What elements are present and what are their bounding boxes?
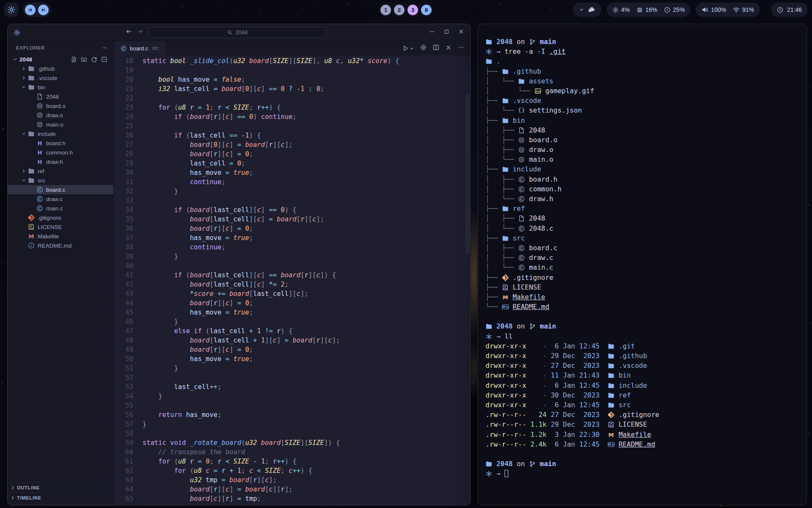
explorer-item-main.o[interactable]: main.o — [8, 120, 113, 129]
terminal-window[interactable]: 2048 on main → tree -a -I .git .├── .git… — [477, 24, 807, 505]
explorer-item-label: Makefile — [38, 233, 59, 240]
editor-scrollbar[interactable] — [466, 94, 470, 254]
minimize-button[interactable] — [429, 28, 435, 36]
timeline-section[interactable]: TIMELINE — [8, 492, 113, 502]
terminal-text: .gitignore — [509, 273, 554, 282]
terminal-line: drwxr-xr-x - 11 Jan 21:43 bin — [486, 370, 799, 380]
terminal-line: 2048 on main — [486, 459, 799, 469]
code-line: 22 — [114, 94, 470, 103]
collapse-folders-button[interactable] — [101, 56, 107, 63]
terminal-text: 2048 — [525, 214, 545, 222]
terminal-text — [492, 332, 497, 340]
explorer-item-Makefile[interactable]: MMakefile — [8, 232, 113, 241]
workspace-3[interactable]: 3 — [408, 5, 418, 15]
maximize-button[interactable] — [444, 29, 450, 36]
explorer-more-button[interactable] — [102, 45, 107, 51]
md-icon — [502, 304, 509, 310]
close-editor-button[interactable] — [445, 44, 452, 52]
explorer-item-draw.c[interactable]: draw.c — [8, 194, 113, 204]
line-number: 31 — [114, 177, 133, 187]
terminal-text: - — [526, 352, 546, 360]
system-stats[interactable]: 4% 16% 25% — [606, 3, 691, 17]
terminal-text: ├── — [486, 273, 502, 282]
terminal-text — [492, 460, 497, 468]
audio-network-widget[interactable]: 100% 91% — [696, 3, 760, 17]
explorer-root[interactable]: 2048 — [8, 55, 113, 64]
split-editor-button[interactable] — [433, 44, 439, 52]
terminal-text: .rw-r--r-- — [486, 411, 526, 419]
tab-board-c[interactable]: board.c src — [114, 41, 166, 55]
explorer-item-draw.h[interactable]: Hdraw.h — [8, 157, 113, 166]
chevron-spacer — [28, 196, 36, 202]
folder-icon — [502, 97, 509, 104]
explorer-item-board.o[interactable]: board.o — [8, 101, 113, 110]
chevron-spacer — [28, 94, 36, 99]
close-button[interactable] — [458, 28, 464, 36]
close-icon — [445, 44, 452, 51]
new-file-button[interactable] — [71, 56, 77, 63]
explorer-item-ref[interactable]: ref — [8, 166, 113, 176]
weather-widget[interactable] — [573, 3, 601, 17]
terminal-line — [486, 449, 799, 459]
refresh-explorer-button[interactable] — [91, 56, 97, 63]
explorer-item-.vscode[interactable]: .vscode — [8, 73, 113, 83]
chevron-spacer — [28, 187, 36, 192]
workspace-8[interactable]: 8 — [421, 5, 432, 15]
explorer-item-main.c[interactable]: main.c — [8, 204, 113, 213]
launcher-button[interactable] — [4, 3, 19, 17]
chevron-right-icon — [19, 75, 28, 80]
run-file-button[interactable] — [402, 45, 414, 52]
line-number: 63 — [114, 475, 133, 485]
file-icon — [518, 127, 525, 134]
topbar: 1238 4% 16% 25% 100% — [0, 0, 812, 19]
explorer-item-.github[interactable]: .github — [8, 64, 113, 73]
nav-forward-button[interactable] — [137, 28, 143, 36]
outline-section[interactable]: OUTLINE — [8, 482, 113, 492]
terminal-text: main — [540, 322, 556, 330]
nix-icon — [486, 333, 492, 340]
explorer-item-LICENSE[interactable]: LICENSE — [8, 222, 113, 232]
media-prev-button[interactable] — [25, 5, 36, 15]
media-next-button[interactable] — [38, 5, 49, 15]
editor-titlebar[interactable]: 2048 — [8, 24, 470, 41]
nav-back-button[interactable] — [126, 28, 132, 36]
terminal-text: 11 Jan 21:43 — [547, 371, 600, 379]
terminal-line: │ └── 2048.c — [486, 224, 799, 233]
explorer-item-src[interactable]: src — [8, 176, 113, 185]
new-folder-button[interactable] — [81, 56, 87, 63]
clock-widget[interactable]: 21:46 — [771, 3, 808, 17]
settings-gear-button[interactable] — [420, 44, 427, 52]
line-number: 23 — [114, 103, 133, 112]
chevron-down-icon — [19, 178, 28, 183]
terminal-text: .github — [614, 352, 647, 360]
chevron-right-icon — [19, 168, 28, 174]
line-number: 20 — [114, 75, 133, 84]
command-center[interactable]: 2048 — [148, 27, 326, 38]
terminal-text: assets — [525, 77, 553, 85]
explorer-item-2048[interactable]: 2048 — [8, 92, 113, 101]
chevron-spacer — [28, 206, 36, 211]
explorer-item-common.h[interactable]: Hcommon.h — [8, 148, 113, 157]
mfile-icon: M — [502, 294, 509, 301]
explorer-item-bin[interactable]: bin — [8, 83, 113, 92]
workspace-2[interactable]: 2 — [394, 5, 405, 15]
code-editor[interactable]: 18static bool _slide_col(u32 board[SIZE]… — [114, 55, 470, 505]
terminal-line: .rw-r--r-- 24 27 Dec 2023 .gitignore — [486, 410, 799, 420]
explorer-item-board.c[interactable]: board.c — [8, 185, 113, 194]
explorer-item-.gitignore[interactable]: .gitignore — [8, 213, 113, 222]
workspace-1[interactable]: 1 — [381, 5, 391, 15]
explorer-item-board.h[interactable]: Hboard.h — [8, 138, 113, 148]
folder-icon — [608, 353, 614, 359]
terminal-text: .vscode — [614, 362, 647, 370]
more-actions-button[interactable] — [458, 44, 464, 52]
code-line: 24 if (board[r][c] == 0) continue; — [114, 112, 470, 121]
explorer-item-README.md[interactable]: README.md — [8, 241, 113, 250]
line-number: 65 — [114, 494, 133, 503]
line-number: 32 — [114, 187, 133, 196]
explorer-item-label: LICENSE — [38, 224, 62, 230]
terminal-text: .rw-r--r-- — [486, 420, 526, 428]
line-number: 46 — [114, 317, 133, 326]
explorer-item-draw.o[interactable]: draw.o — [8, 110, 113, 120]
terminal-line: 2048 on main — [486, 321, 799, 331]
explorer-item-include[interactable]: include — [8, 129, 113, 138]
